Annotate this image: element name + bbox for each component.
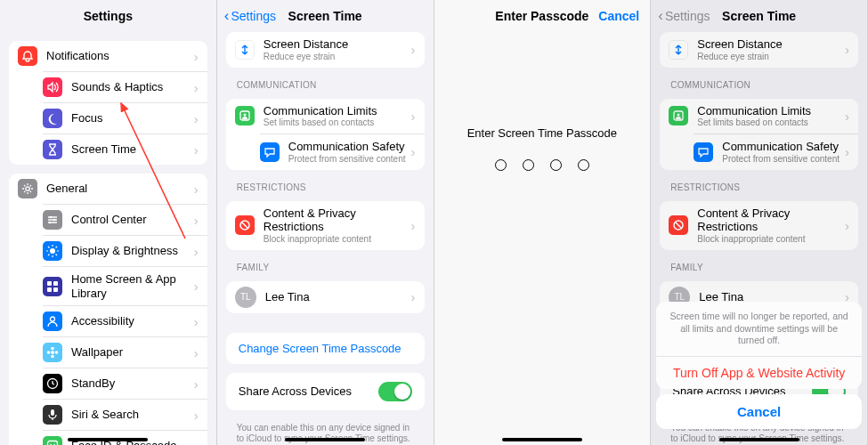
sheet-action-button[interactable]: Turn Off App & Website Activity bbox=[656, 356, 862, 389]
settings-row[interactable]: Notifications› bbox=[9, 41, 207, 71]
chevron-right-icon: › bbox=[194, 244, 199, 259]
settings-row[interactable]: Siri & Search› bbox=[43, 399, 207, 430]
settings-row[interactable]: Sounds & Haptics› bbox=[43, 71, 207, 102]
comm-row: Communication LimitsSet limits based on … bbox=[660, 99, 858, 134]
row-label: General bbox=[46, 182, 189, 196]
avatar: TL bbox=[235, 287, 256, 308]
chevron-right-icon: › bbox=[194, 376, 199, 392]
chevron-right-icon: › bbox=[845, 42, 849, 57]
chevron-right-icon: › bbox=[845, 144, 849, 159]
settings-row[interactable]: StandBy› bbox=[43, 368, 207, 399]
bubble-icon bbox=[260, 142, 280, 162]
sheet-message: Screen time will no longer be reported, … bbox=[656, 302, 862, 356]
comm-row[interactable]: Communication LimitsSet limits based on … bbox=[226, 99, 425, 134]
chevron-right-icon: › bbox=[411, 144, 416, 159]
chevron-right-icon: › bbox=[194, 49, 199, 64]
header: ‹Settings Screen Time bbox=[651, 0, 867, 32]
nope-icon bbox=[235, 215, 255, 235]
settings-root: Settings Notifications›Sounds & Haptics›… bbox=[0, 0, 217, 445]
row-sub: Block inappropriate content bbox=[697, 234, 840, 245]
chevron-right-icon: › bbox=[411, 42, 416, 57]
grid-icon bbox=[43, 277, 62, 296]
mic-icon bbox=[43, 405, 62, 425]
section-header: FAMILY bbox=[237, 263, 434, 272]
settings-list[interactable]: Notifications›Sounds & Haptics›Focus›Scr… bbox=[0, 32, 216, 445]
chevron-right-icon: › bbox=[194, 279, 199, 294]
svg-point-14 bbox=[55, 351, 59, 354]
row-label: Focus bbox=[71, 111, 189, 125]
chevron-right-icon: › bbox=[411, 289, 416, 304]
sheet-cancel-button[interactable]: Cancel bbox=[656, 394, 862, 429]
flower-icon bbox=[43, 343, 62, 362]
change-passcode-button[interactable]: Change Screen Time Passcode bbox=[226, 333, 425, 364]
row-title: Screen Distance bbox=[264, 37, 406, 52]
bubble-icon bbox=[694, 142, 713, 162]
row-label: Control Center bbox=[71, 213, 189, 227]
faceid-icon bbox=[43, 436, 62, 445]
header: ‹Settings Screen Time bbox=[217, 0, 434, 32]
settings-row[interactable]: Wallpaper› bbox=[43, 336, 207, 368]
svg-point-4 bbox=[50, 248, 55, 254]
row-label: Display & Brightness bbox=[71, 244, 189, 258]
content[interactable]: Screen DistanceReduce eye strain›COMMUNI… bbox=[217, 32, 434, 445]
svg-point-9 bbox=[51, 317, 55, 321]
row-sub: Protect from sensitive content bbox=[288, 154, 406, 165]
back-button: ‹Settings bbox=[658, 0, 710, 32]
chevron-right-icon: › bbox=[194, 182, 199, 197]
passcode-dot bbox=[523, 159, 534, 171]
header: Enter Passcode Cancel bbox=[434, 0, 651, 32]
settings-row[interactable]: Home Screen & App Library› bbox=[43, 266, 207, 305]
svg-point-27 bbox=[243, 114, 246, 117]
comm-row[interactable]: Communication SafetyProtect from sensiti… bbox=[260, 134, 425, 170]
svg-rect-8 bbox=[53, 287, 58, 292]
svg-point-3 bbox=[49, 222, 52, 224]
svg-rect-7 bbox=[47, 287, 52, 292]
settings-row[interactable]: Focus› bbox=[43, 102, 207, 134]
bell-icon bbox=[18, 46, 37, 66]
nope-icon bbox=[669, 215, 688, 235]
section-header: RESTRICTIONS bbox=[670, 182, 867, 192]
row-label: StandBy bbox=[71, 376, 189, 391]
chevron-right-icon: › bbox=[194, 80, 199, 95]
row-label: Home Screen & App Library bbox=[71, 272, 189, 300]
page-title: Enter Passcode bbox=[495, 9, 588, 23]
clock-icon bbox=[43, 374, 62, 393]
row-sub: Reduce eye strain bbox=[697, 52, 840, 62]
settings-row[interactable]: Control Center› bbox=[43, 204, 207, 235]
row-sub: Set limits based on contacts bbox=[264, 117, 406, 128]
family-member-row[interactable]: TLLee Tina› bbox=[226, 281, 425, 313]
restrictions-row[interactable]: Content & Privacy RestrictionsBlock inap… bbox=[226, 201, 425, 250]
settings-row[interactable]: General› bbox=[9, 174, 207, 204]
screen-distance-row[interactable]: Screen DistanceReduce eye strain› bbox=[226, 32, 425, 68]
share-across-devices-row[interactable]: Share Across Devices bbox=[226, 373, 425, 410]
chevron-right-icon: › bbox=[194, 213, 199, 228]
sun-icon bbox=[43, 241, 62, 261]
passcode-dot bbox=[495, 159, 507, 171]
row-sub: Protect from sensitive content bbox=[722, 154, 840, 165]
gear-icon bbox=[18, 179, 37, 198]
settings-row[interactable]: Accessibility› bbox=[43, 305, 207, 336]
section-header: COMMUNICATION bbox=[237, 80, 434, 90]
passcode-prompt: Enter Screen Time Passcode bbox=[434, 126, 651, 140]
back-button[interactable]: ‹Settings bbox=[224, 0, 276, 32]
passcode-dot bbox=[550, 159, 562, 171]
screen-time-page: ‹Settings Screen Time Screen DistanceRed… bbox=[217, 0, 434, 445]
svg-point-1 bbox=[50, 216, 53, 219]
settings-row[interactable]: Display & Brightness› bbox=[43, 235, 207, 266]
row-label: Screen Time bbox=[71, 142, 189, 157]
chevron-right-icon: › bbox=[845, 218, 849, 233]
svg-point-12 bbox=[51, 355, 54, 359]
header: Settings bbox=[0, 0, 216, 32]
svg-rect-5 bbox=[47, 281, 52, 286]
share-toggle[interactable] bbox=[378, 382, 412, 401]
speaker-icon bbox=[43, 77, 62, 97]
settings-row[interactable]: Screen Time› bbox=[43, 134, 207, 165]
row-title: Screen Distance bbox=[697, 37, 840, 52]
home-indicator bbox=[68, 438, 148, 441]
passcode-dot bbox=[578, 159, 589, 171]
row-label: Notifications bbox=[46, 49, 189, 63]
contacts-icon bbox=[235, 106, 255, 125]
cancel-button[interactable]: Cancel bbox=[598, 0, 639, 32]
contacts-icon bbox=[669, 106, 688, 125]
passcode-dots bbox=[434, 159, 651, 171]
